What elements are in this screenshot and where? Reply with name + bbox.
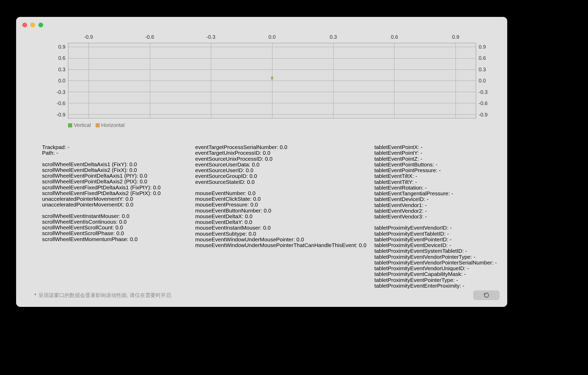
event-field: scrollWheelEventIsContinuous: 0.0 xyxy=(42,219,179,225)
window-traffic-lights xyxy=(22,23,43,27)
y-tick-label: 0.9 xyxy=(58,44,65,50)
performance-warning: *呈现该窗口的数据会显著影响滚动性能, 请仅在需要时开启 xyxy=(34,292,171,299)
event-field: mouseEventButtonNumber: 0.0 xyxy=(195,208,359,214)
x-tick-label: 0.6 xyxy=(391,34,398,40)
y-tick-label: -0.6 xyxy=(479,100,487,106)
event-field: tabletProximityEventVendorID: - xyxy=(374,225,497,231)
event-field: tabletProximityEventPointerID: - xyxy=(374,237,497,242)
event-field: mouseEventSubtype: 0.0 xyxy=(195,231,359,237)
y-tick-label: -0.9 xyxy=(57,112,65,118)
y-tick-label: 0.6 xyxy=(58,55,65,61)
x-tick-label: 0.9 xyxy=(452,34,459,40)
minimize-icon[interactable] xyxy=(30,23,35,27)
event-field: mouseEventWindowUnderMousePointer: 0.0 xyxy=(195,237,359,242)
event-field: scrollWheelEventDeltaAxis1 (FixY): 0.0 xyxy=(42,161,179,167)
event-field: tabletEventDeviceID: - xyxy=(374,196,497,202)
event-field: mouseEventClickState: 0.0 xyxy=(195,196,359,202)
event-field: tabletEventVendor3: - xyxy=(374,214,497,219)
x-tick-label: -0.6 xyxy=(145,34,154,40)
x-tick-label: 0.0 xyxy=(269,34,276,40)
event-field: tabletEventTangentialPressure: - xyxy=(374,191,497,196)
refresh-icon xyxy=(484,292,489,298)
x-tick-label: -0.3 xyxy=(206,34,215,40)
event-field: scrollWheelEventPointDeltaAxis2 (PtX): 0… xyxy=(42,179,179,184)
asterisk-icon: * xyxy=(34,292,36,298)
event-field: unacceleratedPointerMovementX: 0.0 xyxy=(42,202,179,208)
event-field: tabletProximityEventSystemTabletID: - xyxy=(374,248,497,254)
event-field: scrollWheelEventFixedPtDeltaAxis1 (FixPt… xyxy=(42,185,179,190)
chart-x-ticks: -0.9-0.6-0.30.00.30.60.9 xyxy=(68,34,476,41)
y-tick-label: 0.9 xyxy=(479,44,486,50)
event-field: scrollWheelEventScrollCount: 0.0 xyxy=(42,225,179,230)
x-tick-label: -0.9 xyxy=(84,34,93,40)
event-field: tabletEventVendor1: - xyxy=(374,202,497,208)
event-field: tabletProximityEventDeviceID: - xyxy=(374,242,497,248)
event-field: mouseEventWindowUnderMousePointerThatCan… xyxy=(195,242,359,248)
event-field: eventSourceGroupID: 0.0 xyxy=(195,173,359,179)
event-field: tabletProximityEventVendorPointerSerialN… xyxy=(374,260,497,266)
event-field: eventTargetProcessSerialNumber: 0.0 xyxy=(195,144,359,150)
chart: -0.9-0.6-0.30.00.30.60.9 0.90.60.30.0-0.… xyxy=(32,33,492,129)
close-icon[interactable] xyxy=(22,23,27,27)
tablet-event-column: tabletEventPointX: -tabletEventPointY: -… xyxy=(374,144,497,286)
event-field: scrollWheelEventDeltaAxis2 (FixX): 0.0 xyxy=(42,167,179,173)
event-field: tabletEventVendor2: - xyxy=(374,208,497,214)
event-field: unacceleratedPointerMovementY: 0.0 xyxy=(42,196,179,202)
chart-legend: Vertical Horizontal xyxy=(68,121,125,129)
trackpad-info: Trackpad: - xyxy=(42,144,179,150)
app-window: -0.9-0.6-0.30.00.30.60.9 0.90.60.30.0-0.… xyxy=(16,17,507,307)
square-icon xyxy=(68,123,72,127)
y-tick-label: -0.3 xyxy=(479,89,487,95)
event-field: scrollWheelEventFixedPtDeltaAxis2 (FixPt… xyxy=(42,190,179,196)
event-field: mouseEventNumber: 0.0 xyxy=(195,190,359,196)
event-data-columns: Trackpad: -Path: -scrollWheelEventDeltaA… xyxy=(42,144,497,286)
event-field: tabletProximityEventEnterProximity: - xyxy=(374,283,497,289)
event-field: eventSourceUserID: 0.0 xyxy=(195,167,359,173)
path-info: Path: - xyxy=(42,150,179,156)
event-field: eventSourceUnixProcessID: 0.0 xyxy=(195,156,359,162)
event-field: tabletEventPointPressure: - xyxy=(374,167,497,173)
x-tick-label: 0.3 xyxy=(330,34,337,40)
event-field: tabletProximityEventTabletID: - xyxy=(374,231,497,237)
y-tick-label: 0.0 xyxy=(58,78,65,84)
event-field: mouseEventPressure: 0.0 xyxy=(195,202,359,208)
y-tick-label: 0.0 xyxy=(479,78,486,84)
event-field: scrollWheelEventPointDeltaAxis1 (PtY): 0… xyxy=(42,173,179,179)
y-tick-label: 0.3 xyxy=(58,66,65,72)
square-icon xyxy=(96,123,100,127)
refresh-button[interactable] xyxy=(473,290,499,300)
chart-y-ticks-right: 0.90.60.30.0-0.3-0.6-0.9 xyxy=(479,43,492,118)
mouse-event-column: eventTargetProcessSerialNumber: 0.0event… xyxy=(195,144,359,286)
chart-y-ticks-left: 0.90.60.30.0-0.3-0.6-0.9 xyxy=(34,43,65,118)
event-field: scrollWheelEventInstantMouser: 0.0 xyxy=(42,213,179,219)
event-field: eventSourceStateID: 0.0 xyxy=(195,179,359,185)
chart-plot-area[interactable]: 0 xyxy=(68,43,476,118)
y-tick-label: -0.9 xyxy=(479,112,487,118)
event-field: tabletProximityEventVendorUniqueID: - xyxy=(374,266,497,271)
event-field: tabletProximityEventVendorPointerType: - xyxy=(374,254,497,260)
event-field: tabletProximityEventCapabilityMask: - xyxy=(374,271,497,277)
event-field: scrollWheelEventMomentumPhase: 0.0 xyxy=(42,236,179,242)
event-field: eventSourceUserData: 0.0 xyxy=(195,162,359,167)
event-field: tabletEventTiltX: - xyxy=(374,173,497,179)
y-tick-label: -0.3 xyxy=(57,89,65,95)
y-tick-label: 0.3 xyxy=(479,66,486,72)
event-field: tabletEventPointZ: - xyxy=(374,156,497,162)
event-field: tabletEventPointX: - xyxy=(374,144,497,150)
event-field: mouseEventDeltaX: 0.0 xyxy=(195,214,359,219)
zoom-icon[interactable] xyxy=(38,23,43,27)
event-field: tabletEventRotation: - xyxy=(374,185,497,191)
event-field: scrollWheelEventScrollPhase: 0.0 xyxy=(42,230,179,236)
legend-vertical: Vertical xyxy=(68,122,91,128)
event-field: tabletEventPointY: - xyxy=(374,150,497,156)
footer: *呈现该窗口的数据会显著影响滚动性能, 请仅在需要时开启 xyxy=(34,290,499,301)
y-tick-label: 0.6 xyxy=(479,55,486,61)
scroll-event-column: Trackpad: -Path: -scrollWheelEventDeltaA… xyxy=(42,144,179,286)
event-field: tabletProximityEventPointerType: - xyxy=(374,277,497,283)
event-field: tabletEventPointButtons: - xyxy=(374,162,497,167)
event-field: tabletEventTiltY: - xyxy=(374,179,497,185)
event-field: eventTargetUnixProcessID: 0.0 xyxy=(195,150,359,156)
event-field: mouseEventDeltaY: 0.0 xyxy=(195,219,359,225)
event-field: mouseEventInstantMouser: 0.0 xyxy=(195,225,359,231)
legend-horizontal: Horizontal xyxy=(96,122,125,128)
